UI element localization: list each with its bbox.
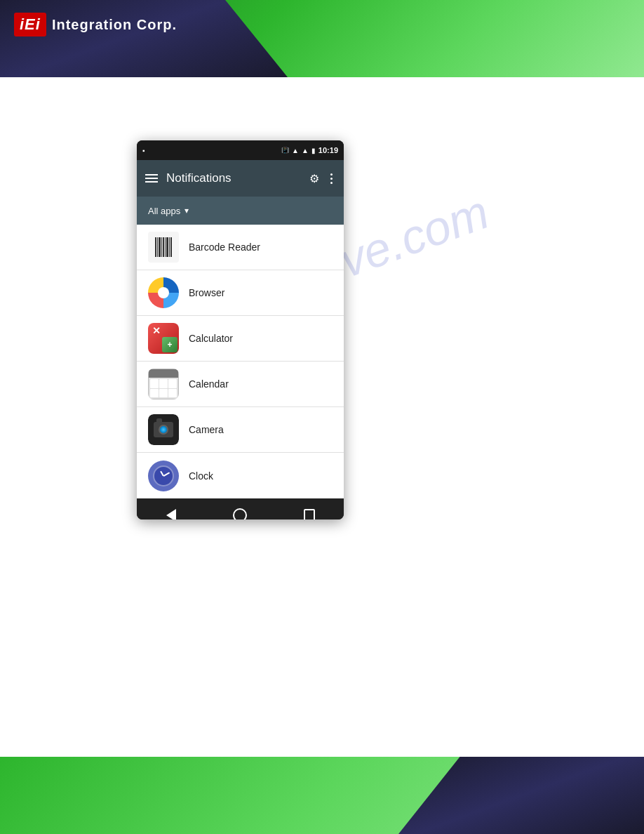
calc-x-symbol: ✕ <box>152 325 161 336</box>
camera-bump <box>156 418 162 422</box>
calendar-icon-graphic <box>148 369 179 399</box>
app-name-label: Barcode Reader <box>189 241 260 253</box>
cal-cell <box>159 379 168 388</box>
camera-icon <box>148 414 179 445</box>
status-left-icons: ▪ <box>142 147 145 154</box>
filter-bar[interactable]: All apps ▾ <box>137 197 344 225</box>
hamburger-line-1 <box>145 174 158 176</box>
phone-device: ▪ 📳 ▲ ▲ ▮ 10:19 Notifications ⚙ All apps… <box>137 140 344 519</box>
time-display: 10:19 <box>318 146 338 154</box>
clock-icon-graphic <box>148 461 179 491</box>
list-item[interactable]: Camera <box>137 407 344 453</box>
dropdown-arrow-icon: ▾ <box>185 206 189 216</box>
logo-initials: iEi <box>20 15 41 33</box>
bar <box>159 237 161 257</box>
wifi-icon: ▲ <box>292 147 299 154</box>
barcode-reader-icon <box>148 232 179 263</box>
calendar-icon <box>148 369 179 399</box>
status-bar: ▪ 📳 ▲ ▲ ▮ 10:19 <box>137 140 344 160</box>
app-list: Barcode Reader Browser ✕ + Calculator <box>137 225 344 498</box>
footer-banner <box>0 757 644 834</box>
app-name-label: Browser <box>189 287 224 298</box>
calc-icon-graphic: ✕ + <box>148 323 179 354</box>
cal-cell <box>150 389 159 398</box>
cal-cell <box>150 379 159 388</box>
calc-overlay: + <box>162 337 177 352</box>
cal-cell <box>168 389 177 398</box>
list-item[interactable]: Clock <box>137 453 344 498</box>
calendar-grid <box>149 378 178 399</box>
dot-3 <box>330 182 333 184</box>
cal-cell <box>168 379 177 388</box>
bar <box>163 237 164 257</box>
header-banner: iEi Integration Corp. <box>0 0 644 77</box>
app-name-label: Calendar <box>189 378 229 390</box>
camera-lens <box>159 425 168 435</box>
clock-minute-hand <box>163 472 170 476</box>
clock-face <box>153 465 174 486</box>
list-item[interactable]: ✕ + Calculator <box>137 316 344 362</box>
top-nav-bar: Notifications ⚙ <box>137 160 344 197</box>
browser-icon-graphic <box>148 277 179 308</box>
notification-icon: ▪ <box>142 147 145 154</box>
bar <box>166 237 168 257</box>
page-title: Notifications <box>166 171 301 185</box>
company-name: Integration Corp. <box>52 17 177 33</box>
recent-icon <box>304 509 315 519</box>
hamburger-line-3 <box>145 181 158 183</box>
back-icon <box>166 509 176 519</box>
app-name-label: Camera <box>189 424 224 435</box>
battery-icon: ▮ <box>311 147 316 154</box>
bar <box>161 237 162 257</box>
calculator-icon: ✕ + <box>148 323 179 354</box>
filter-label: All apps <box>148 206 180 216</box>
status-right-area: 📳 ▲ ▲ ▮ 10:19 <box>281 146 338 154</box>
bar <box>155 237 156 257</box>
hamburger-menu-button[interactable] <box>145 174 158 183</box>
calendar-header <box>149 369 178 378</box>
list-item[interactable]: Barcode Reader <box>137 225 344 270</box>
bar <box>169 237 170 257</box>
browser-icon <box>148 277 179 308</box>
recent-apps-button[interactable] <box>297 503 322 519</box>
bottom-nav-bar <box>137 498 344 519</box>
list-item[interactable]: Calendar <box>137 362 344 407</box>
hamburger-line-2 <box>145 178 158 179</box>
home-icon <box>233 508 247 519</box>
home-button[interactable] <box>227 503 253 519</box>
settings-gear-icon[interactable]: ⚙ <box>309 172 319 185</box>
camera-body <box>154 422 173 437</box>
more-options-button[interactable] <box>328 172 335 185</box>
back-button[interactable] <box>159 503 184 519</box>
bar <box>170 237 172 257</box>
signal-icon: ▲ <box>302 147 309 154</box>
dot-2 <box>330 178 333 180</box>
vibrate-icon: 📳 <box>281 147 289 154</box>
camera-icon-graphic <box>148 414 179 445</box>
logo-box: iEi <box>14 13 46 37</box>
cal-cell <box>159 389 168 398</box>
logo-area: iEi Integration Corp. <box>14 13 177 37</box>
app-name-label: Calculator <box>189 333 233 344</box>
barcode-bars <box>155 237 172 257</box>
bar <box>157 237 158 257</box>
dot-1 <box>330 173 333 176</box>
list-item[interactable]: Browser <box>137 270 344 316</box>
clock-icon <box>148 461 179 491</box>
app-name-label: Clock <box>189 470 213 482</box>
bar <box>165 237 166 257</box>
